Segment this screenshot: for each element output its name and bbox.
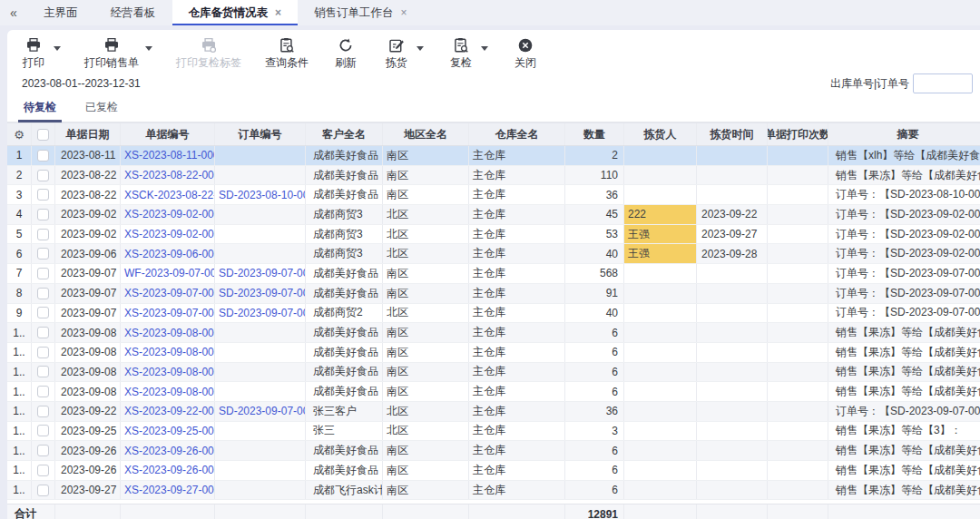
doc-no-link[interactable]: XS-2023-09-06-00018: [121, 244, 215, 263]
doc-no-link[interactable]: XS-2023-09-26-00032: [121, 441, 215, 460]
order-no-link[interactable]: SD-2023-09-07-00014: [215, 304, 306, 323]
tab-dashboard[interactable]: 经营看板: [94, 0, 172, 25]
order-no-link[interactable]: [215, 461, 306, 480]
order-no-link[interactable]: [215, 205, 306, 224]
table-row[interactable]: 2 2023-08-22 XS-2023-08-22-00014 成都美好食品 …: [7, 166, 980, 186]
tab-rechecked[interactable]: 已复检: [83, 96, 120, 122]
order-no-link[interactable]: [215, 441, 306, 460]
row-checkbox[interactable]: [37, 307, 49, 318]
doc-no-link[interactable]: XS-2023-09-25-00031: [121, 422, 215, 441]
table-row[interactable]: 1.. 2023-09-26 XS-2023-09-26-00033 成都美好食…: [7, 461, 980, 481]
print-button[interactable]: 打印: [20, 37, 47, 71]
order-no-link[interactable]: [215, 382, 306, 401]
table-row[interactable]: 7 2023-09-07 WF-2023-09-07-00003 SD-2023…: [7, 264, 980, 284]
table-row[interactable]: 4 2023-09-02 XS-2023-09-02-00016 成都商贸3 北…: [7, 205, 980, 225]
doc-no-link[interactable]: XS-2023-09-02-00017: [121, 225, 215, 244]
row-checkbox[interactable]: [37, 288, 49, 299]
table-row[interactable]: 1.. 2023-09-08 XS-2023-09-08-00024 成都美好食…: [7, 323, 980, 343]
query-conditions-button[interactable]: 查询条件: [265, 37, 309, 71]
doc-no-link[interactable]: XS-2023-09-07-00023: [121, 304, 215, 323]
column-header-order-no[interactable]: 订单编号: [215, 123, 306, 145]
table-row[interactable]: 3 2023-08-22 XSCK-2023-08-22-00001 SD-20…: [7, 185, 980, 205]
row-checkbox[interactable]: [37, 189, 49, 201]
doc-no-link[interactable]: XS-2023-09-26-00033: [121, 461, 215, 480]
row-checkbox[interactable]: [37, 327, 49, 338]
row-checkbox[interactable]: [37, 425, 49, 436]
close-tab-icon[interactable]: ×: [275, 6, 281, 19]
recheck-button[interactable]: 复检: [447, 37, 475, 71]
print-recheck-label-button[interactable]: 打印复检标签: [176, 37, 241, 71]
order-no-link[interactable]: [215, 422, 306, 441]
print-sales-order-button[interactable]: 打印销售单: [84, 37, 139, 71]
doc-no-link[interactable]: XSCK-2023-08-22-00001: [121, 185, 215, 204]
doc-no-link[interactable]: XS-2023-09-08-00025: [121, 343, 215, 362]
select-all-checkbox[interactable]: [37, 129, 49, 141]
row-checkbox[interactable]: [37, 465, 49, 476]
row-checkbox[interactable]: [37, 170, 49, 181]
order-no-link[interactable]: [215, 225, 306, 244]
doc-no-link[interactable]: WF-2023-09-07-00003: [121, 264, 215, 283]
order-no-link[interactable]: [215, 323, 306, 342]
order-no-link[interactable]: [215, 481, 306, 500]
row-checkbox[interactable]: [37, 445, 49, 456]
tab-sales-order-workbench[interactable]: 销售订单工作台 ×: [298, 0, 424, 25]
order-no-link[interactable]: [215, 363, 306, 382]
column-header-warehouse[interactable]: 仓库全名: [469, 123, 565, 145]
row-checkbox[interactable]: [37, 485, 49, 496]
order-no-link[interactable]: [215, 343, 306, 362]
table-row[interactable]: 1.. 2023-09-27 XS-2023-09-27-00034 成都飞行a…: [7, 481, 980, 501]
column-header-doc-no[interactable]: 单据编号: [121, 123, 215, 145]
order-no-link[interactable]: SD-2023-08-10-00002: [215, 185, 306, 204]
doc-no-link[interactable]: XS-2023-09-07-00022: [121, 284, 215, 303]
column-header-region[interactable]: 地区全名: [383, 123, 469, 145]
doc-no-link[interactable]: XS-2023-08-11-00013: [121, 146, 215, 165]
print-dropdown-caret-icon[interactable]: [54, 46, 61, 51]
doc-no-link[interactable]: XS-2023-08-22-00014: [121, 166, 215, 185]
row-checkbox[interactable]: [37, 386, 49, 397]
refresh-button[interactable]: 刷新: [332, 37, 359, 71]
print-sales-order-dropdown-caret-icon[interactable]: [145, 46, 152, 51]
tab-pending-recheck[interactable]: 待复检: [22, 96, 58, 122]
row-checkbox[interactable]: [37, 406, 49, 417]
doc-no-link[interactable]: XS-2023-09-22-00030: [121, 402, 215, 421]
doc-no-link[interactable]: XS-2023-09-08-00027: [121, 382, 215, 401]
doc-no-link[interactable]: XS-2023-09-27-00034: [121, 481, 215, 500]
doc-no-link[interactable]: XS-2023-09-02-00016: [121, 205, 215, 224]
search-input[interactable]: [913, 73, 973, 93]
tab-main[interactable]: 主界面: [27, 0, 94, 25]
column-header-date[interactable]: 单据日期: [55, 123, 121, 145]
table-row[interactable]: 1.. 2023-09-26 XS-2023-09-26-00032 成都美好食…: [7, 441, 980, 461]
table-row[interactable]: 6 2023-09-06 XS-2023-09-06-00018 成都商贸3 北…: [7, 244, 980, 264]
order-no-link[interactable]: [215, 244, 306, 263]
row-checkbox[interactable]: [37, 248, 49, 260]
column-header-pick-time[interactable]: 拣货时间: [697, 123, 768, 145]
row-checkbox[interactable]: [37, 347, 49, 358]
column-settings-button[interactable]: ⚙: [7, 123, 32, 145]
close-tab-icon[interactable]: ×: [401, 6, 407, 19]
column-header-picker[interactable]: 拣货人: [624, 123, 697, 145]
column-header-summary[interactable]: 摘要: [828, 123, 980, 145]
table-row[interactable]: 5 2023-09-02 XS-2023-09-02-00017 成都商贸3 北…: [7, 225, 980, 245]
order-no-link[interactable]: [215, 146, 306, 165]
table-row[interactable]: 9 2023-09-07 XS-2023-09-07-00023 SD-2023…: [7, 304, 980, 324]
close-button[interactable]: 关闭: [512, 37, 539, 71]
table-row[interactable]: 1.. 2023-09-22 XS-2023-09-22-00030 SD-20…: [7, 402, 980, 422]
pick-goods-dropdown-caret-icon[interactable]: [416, 46, 424, 51]
table-row[interactable]: 1.. 2023-09-08 XS-2023-09-08-00025 成都美好食…: [7, 343, 980, 363]
row-checkbox[interactable]: [37, 366, 49, 377]
table-row[interactable]: 1 2023-08-11 XS-2023-08-11-00013 成都美好食品 …: [7, 146, 980, 166]
order-no-link[interactable]: SD-2023-09-07-00005: [215, 402, 306, 421]
collapse-tabs-button[interactable]: «: [0, 0, 27, 25]
table-row[interactable]: 1.. 2023-09-25 XS-2023-09-25-00031 张三 北区…: [7, 422, 980, 442]
row-checkbox[interactable]: [37, 209, 49, 220]
column-header-qty[interactable]: 数量: [565, 123, 624, 145]
tab-warehouse-stock-report[interactable]: 仓库备货情况表 ×: [172, 0, 299, 25]
order-no-link[interactable]: SD-2023-09-07-00017: [215, 284, 306, 303]
row-checkbox[interactable]: [37, 268, 49, 279]
row-checkbox[interactable]: [37, 229, 49, 240]
table-row[interactable]: 8 2023-09-07 XS-2023-09-07-00022 SD-2023…: [7, 284, 980, 304]
recheck-dropdown-caret-icon[interactable]: [481, 46, 488, 51]
order-no-link[interactable]: [215, 166, 306, 185]
table-row[interactable]: 1.. 2023-09-08 XS-2023-09-08-00027 成都美好食…: [7, 382, 980, 402]
doc-no-link[interactable]: XS-2023-09-08-00026: [121, 363, 215, 382]
